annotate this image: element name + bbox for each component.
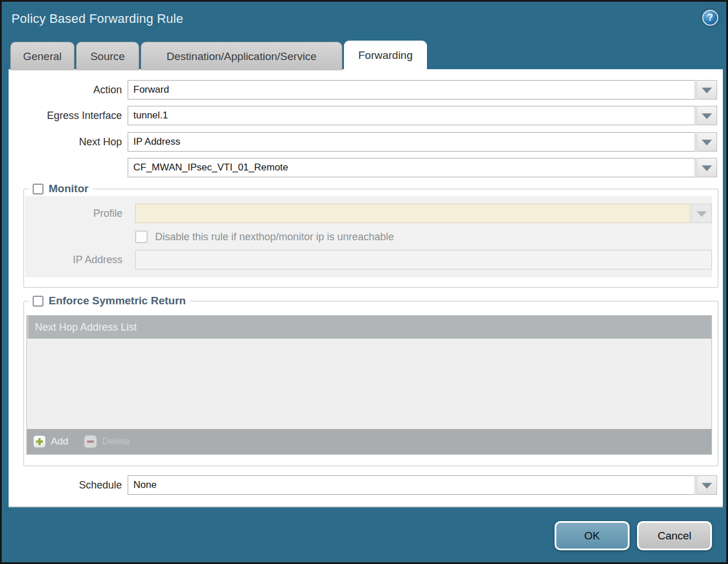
table-toolbar: Add Delete bbox=[27, 429, 711, 454]
tab-general[interactable]: General bbox=[10, 42, 74, 70]
add-button-label: Add bbox=[51, 436, 68, 447]
disable-rule-row: Disable this rule if nexthop/monitor ip … bbox=[25, 229, 712, 244]
monitor-legend: Monitor bbox=[29, 182, 93, 195]
chevron-down-icon bbox=[702, 483, 712, 488]
minus-icon bbox=[84, 435, 97, 448]
action-dropdown-button[interactable] bbox=[697, 80, 717, 100]
monitor-checkbox[interactable] bbox=[33, 184, 43, 194]
next-hop-label: Next Hop bbox=[9, 132, 128, 152]
egress-interface-value: tunnel.1 bbox=[128, 106, 695, 125]
monitor-legend-label: Monitor bbox=[49, 182, 89, 195]
next-hop-row: Next Hop IP Address bbox=[9, 132, 723, 152]
next-hop-address-list-body[interactable] bbox=[27, 339, 711, 429]
symmetric-return-legend-label: Enforce Symmetric Return bbox=[49, 295, 186, 307]
profile-row: Profile bbox=[25, 204, 712, 223]
schedule-label: Schedule bbox=[9, 475, 128, 495]
cancel-button[interactable]: Cancel bbox=[637, 521, 712, 550]
plus-icon bbox=[33, 435, 46, 448]
monitor-ip-label: IP Address bbox=[26, 250, 135, 269]
tab-bar: General Source Destination/Application/S… bbox=[10, 41, 427, 70]
monitor-ip-input bbox=[135, 250, 712, 269]
profile-label: Profile bbox=[26, 204, 135, 223]
dialog-title: Policy Based Forwarding Rule bbox=[11, 11, 183, 26]
symmetric-return-checkbox[interactable] bbox=[33, 296, 43, 307]
action-label: Action bbox=[9, 80, 128, 100]
chevron-down-icon bbox=[702, 165, 712, 171]
action-select[interactable]: Forward bbox=[128, 80, 717, 100]
next-hop-address-select[interactable]: CF_MWAN_IPsec_VTI_01_Remote bbox=[128, 158, 717, 177]
action-value: Forward bbox=[128, 80, 695, 100]
action-row: Action Forward bbox=[9, 80, 723, 100]
next-hop-address-dropdown-button[interactable] bbox=[697, 158, 717, 177]
forwarding-panel: Action Forward Egress Interface tunnel.1… bbox=[9, 69, 723, 507]
monitor-ip-row: IP Address bbox=[25, 250, 712, 269]
egress-interface-select[interactable]: tunnel.1 bbox=[128, 106, 717, 125]
tab-destination-application-service[interactable]: Destination/Application/Service bbox=[141, 42, 342, 70]
disable-rule-label: Disable this rule if nexthop/monitor ip … bbox=[155, 229, 394, 244]
profile-select bbox=[135, 204, 712, 223]
tab-source[interactable]: Source bbox=[76, 42, 139, 70]
delete-button: Delete bbox=[84, 435, 130, 448]
pbf-rule-dialog: Policy Based Forwarding Rule ? General S… bbox=[0, 0, 728, 564]
chevron-down-icon bbox=[702, 88, 712, 93]
profile-value bbox=[135, 204, 690, 223]
symmetric-return-legend: Enforce Symmetric Return bbox=[29, 295, 190, 307]
delete-button-label: Delete bbox=[102, 436, 130, 447]
next-hop-address-row: CF_MWAN_IPsec_VTI_01_Remote bbox=[9, 158, 723, 177]
next-hop-address-list-header: Next Hop Address List bbox=[27, 316, 711, 339]
tab-forwarding[interactable]: Forwarding bbox=[344, 41, 427, 70]
schedule-value: None bbox=[128, 475, 695, 495]
profile-dropdown-button bbox=[691, 204, 712, 223]
schedule-dropdown-button[interactable] bbox=[697, 475, 717, 495]
egress-interface-label: Egress Interface bbox=[9, 106, 128, 125]
next-hop-address-value: CF_MWAN_IPsec_VTI_01_Remote bbox=[128, 158, 695, 177]
monitor-section: Monitor Profile Disable this rule if nex… bbox=[23, 182, 718, 288]
egress-interface-row: Egress Interface tunnel.1 bbox=[9, 106, 723, 125]
egress-interface-dropdown-button[interactable] bbox=[697, 106, 717, 125]
monitor-disabled-panel: Profile Disable this rule if nexthop/mon… bbox=[25, 196, 712, 277]
next-hop-select[interactable]: IP Address bbox=[128, 132, 717, 152]
next-hop-value: IP Address bbox=[128, 132, 695, 152]
disable-rule-checkbox bbox=[135, 231, 148, 243]
chevron-down-icon bbox=[702, 113, 712, 119]
next-hop-dropdown-button[interactable] bbox=[697, 132, 717, 152]
ok-button[interactable]: OK bbox=[555, 521, 630, 550]
chevron-down-icon bbox=[702, 140, 712, 145]
schedule-row: Schedule None bbox=[9, 475, 723, 495]
add-button[interactable]: Add bbox=[33, 435, 68, 448]
chevron-down-icon bbox=[697, 211, 707, 217]
schedule-select[interactable]: None bbox=[128, 475, 717, 495]
symmetric-return-section: Enforce Symmetric Return Next Hop Addres… bbox=[23, 295, 718, 466]
next-hop-address-list-table: Next Hop Address List Add Delete bbox=[26, 315, 712, 455]
help-icon[interactable]: ? bbox=[702, 10, 718, 26]
